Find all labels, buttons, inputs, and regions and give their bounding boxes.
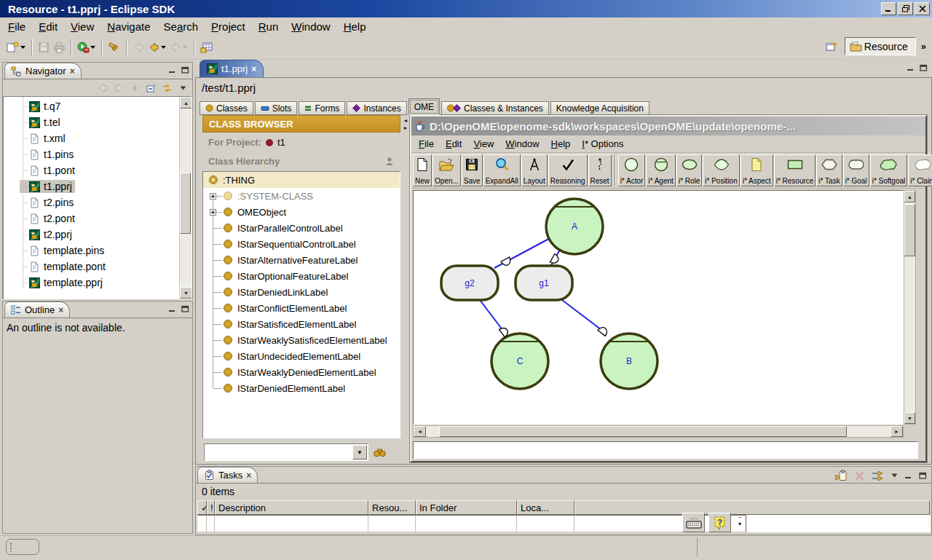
collapse-right-icon[interactable]: ► [403, 125, 408, 130]
scrollbar-thumb[interactable] [439, 426, 847, 437]
scroll-left-icon[interactable]: ◄ [414, 426, 426, 437]
node-g2[interactable]: g2 [441, 266, 498, 300]
diagram-canvas[interactable]: Ag2g1CB [413, 190, 904, 425]
navigator-item-template.pprj[interactable]: template.pprj [4, 275, 179, 291]
ome-button-i-aspect[interactable]: i* Aspect [741, 154, 773, 186]
forward-disabled-button[interactable] [168, 39, 190, 55]
istar-diagram[interactable]: Ag2g1CB [414, 191, 903, 424]
ome-button-reasoning[interactable]: Reasoning [548, 154, 588, 186]
fast-view-bar[interactable] [6, 539, 39, 555]
class-item-istardeniedlinklabel[interactable]: IStarDeniedLinkLabel [203, 284, 400, 300]
new-wizard-button[interactable] [4, 39, 28, 55]
tab-forms[interactable]: Forms [299, 101, 345, 115]
scrollbar-thumb[interactable] [180, 173, 191, 234]
perspective-overflow-chevron[interactable]: » [921, 41, 926, 52]
superclass-view-icon[interactable] [384, 157, 395, 166]
menu-view[interactable]: View [64, 19, 100, 34]
expander-plus-icon[interactable] [210, 209, 216, 216]
filter-button[interactable] [872, 470, 885, 481]
close-icon[interactable]: × [70, 68, 75, 75]
tab-ome[interactable]: OME [408, 98, 440, 115]
tab-classes[interactable]: Classes [200, 101, 253, 115]
class-item-istarparallelcontrollabel[interactable]: IStarParallelControlLabel [203, 220, 400, 236]
class-item-istarweaklydeniedelementlabel[interactable]: IStarWeaklyDeniedElementLabel [203, 364, 400, 380]
node-g1[interactable]: g1 [516, 266, 572, 300]
chevron-down-icon[interactable] [20, 45, 26, 50]
canvas-horizontal-scrollbar[interactable]: ◄ ► [413, 425, 904, 438]
run-external-tools-button[interactable] [76, 39, 98, 55]
tab-classes-instances[interactable]: Classes & Instances [441, 101, 549, 115]
panel-sash[interactable]: ◄ ► [402, 115, 409, 462]
menu-search[interactable]: Search [157, 19, 205, 34]
scroll-right-icon[interactable]: ► [890, 426, 903, 437]
ome-button-i-role[interactable]: i* Role [676, 154, 702, 186]
navigator-item-body[interactable]: t2.pins [20, 196, 76, 209]
class-item-istaroptionalfeaturelabel[interactable]: IStarOptionalFeatureLabel [203, 268, 400, 284]
minimize-button[interactable] [881, 2, 896, 15]
column-header-Loca[interactable]: Loca... [517, 500, 574, 515]
print-disabled-button[interactable] [52, 39, 67, 55]
keyboard-shortcuts-button[interactable] [682, 513, 705, 532]
ome-button-i-claim[interactable]: i* Claim [908, 154, 932, 186]
ome-menu-window[interactable]: Window [499, 137, 545, 151]
chevron-down-icon[interactable] [160, 45, 167, 50]
restore-button[interactable] [898, 2, 913, 15]
pin-editor-button[interactable] [199, 39, 215, 55]
navigator-item-t1.pins[interactable]: t1.pins [4, 146, 179, 162]
class-item-istaralternativefeaturelabel[interactable]: IStarAlternativeFeatureLabel [203, 252, 400, 268]
node-B[interactable]: B [601, 334, 657, 389]
tab-outline[interactable]: Outline × [4, 301, 70, 318]
ome-button-save[interactable]: Save [462, 154, 483, 186]
ome-titlebar[interactable]: D:\OpenOME\openome-sdk\workspaces\OpenOM… [411, 117, 925, 135]
view-menu-button[interactable] [891, 473, 898, 478]
ome-menu-view[interactable]: View [467, 137, 499, 151]
column-header-Resou[interactable]: Resou... [368, 500, 416, 515]
help-button[interactable]: ? [708, 513, 731, 532]
maximize-view-icon[interactable] [181, 305, 189, 312]
up-disabled-button[interactable] [128, 82, 142, 95]
navigator-item-t2.pins[interactable]: t2.pins [4, 194, 179, 210]
navigator-item-body[interactable]: t1.pont [20, 164, 78, 177]
window-titlebar[interactable]: Resource - t1.pprj - Eclipse SDK [0, 0, 932, 17]
ome-menu-i-options[interactable]: I* Options [576, 137, 629, 151]
navigator-item-template.pont[interactable]: template.pont [4, 259, 179, 275]
class-item-istarsatisficedelementlabel[interactable]: IStarSatisficedElementLabel [203, 316, 400, 332]
class-item-omeobject[interactable]: OMEObject [203, 204, 400, 220]
ome-button-reset[interactable]: Reset [588, 154, 612, 186]
column-header-Description[interactable]: Description [215, 500, 368, 515]
navigator-item-t1.pont[interactable]: t1.pont [4, 162, 179, 178]
navigator-item-template.pins[interactable]: template.pins [4, 242, 179, 259]
tab-navigator[interactable]: Navigator × [4, 63, 82, 79]
navigator-item-body[interactable]: template.pprj [20, 276, 106, 289]
class-search-combobox[interactable]: ▼ [204, 443, 368, 461]
maximize-view-icon[interactable] [920, 64, 928, 71]
maximize-view-icon[interactable] [181, 66, 189, 74]
column-header-check[interactable]: ! [207, 500, 215, 515]
collapse-all-button[interactable] [144, 82, 158, 95]
navigator-item-body[interactable]: t2.pprj [20, 228, 75, 241]
ome-button-i-position[interactable]: i* Position [703, 154, 739, 186]
close-icon[interactable]: × [58, 307, 63, 314]
scroll-up-icon[interactable]: ▲ [904, 191, 915, 202]
back-disabled-button[interactable] [131, 39, 146, 55]
toolbar-handle[interactable]: − ▾ [735, 513, 745, 527]
node-C[interactable]: C [491, 334, 548, 389]
scroll-up-icon[interactable]: ▲ [180, 97, 192, 109]
menu-window[interactable]: Window [285, 19, 336, 34]
scrollbar-thumb[interactable] [904, 204, 915, 256]
delete-task-button[interactable] [854, 470, 865, 481]
chevron-down-icon[interactable]: ▾ [738, 521, 741, 527]
class-item-system-class[interactable]: :SYSTEM-CLASS [203, 188, 400, 204]
close-icon[interactable]: × [246, 472, 251, 479]
menu-project[interactable]: Project [205, 19, 252, 34]
navigator-item-t2.pont[interactable]: t2.pont [4, 210, 179, 226]
collapse-left-icon[interactable]: ◄ [403, 118, 408, 123]
ome-menu-file[interactable]: File [413, 137, 440, 151]
ome-button-layout[interactable]: Layout [521, 154, 548, 186]
navigator-item-body[interactable]: t2.pont [20, 212, 78, 225]
navigator-item-body[interactable]: t.xml [20, 132, 68, 145]
tab-instances[interactable]: Instances [347, 101, 406, 115]
node-A[interactable]: A [546, 199, 603, 254]
minimize-button[interactable] [904, 472, 912, 479]
open-perspective-button[interactable] [824, 39, 840, 55]
